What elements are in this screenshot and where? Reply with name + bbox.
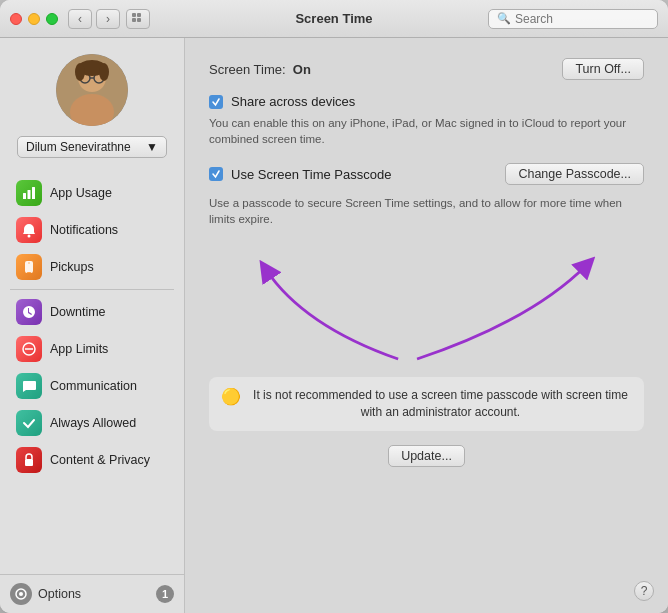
update-button[interactable]: Update... <box>388 445 465 467</box>
notifications-icon <box>16 217 42 243</box>
always-allowed-icon <box>16 410 42 436</box>
svg-point-20 <box>28 262 29 263</box>
warning-icon: 🟡 <box>221 387 241 406</box>
search-input[interactable] <box>515 12 649 26</box>
share-desc: You can enable this on any iPhone, iPad,… <box>209 115 644 147</box>
update-row: Update... <box>209 445 644 467</box>
forward-button[interactable]: › <box>96 9 120 29</box>
window: ‹ › Screen Time 🔍 <box>0 0 668 613</box>
sidebar-item-label-app-limits: App Limits <box>50 342 108 356</box>
warning-row: 🟡 It is not recommended to use a screen … <box>209 377 644 431</box>
svg-rect-16 <box>32 187 35 199</box>
search-bar[interactable]: 🔍 <box>488 9 658 29</box>
passcode-desc: Use a passcode to secure Screen Time set… <box>209 195 644 227</box>
options-label: Options <box>38 587 81 601</box>
arrows-container <box>209 247 644 367</box>
sidebar-item-label-content-privacy: Content & Privacy <box>50 453 150 467</box>
traffic-lights <box>10 13 58 25</box>
arrows-svg <box>209 247 644 367</box>
sidebar-item-always-allowed[interactable]: Always Allowed <box>4 405 180 441</box>
minimize-button[interactable] <box>28 13 40 25</box>
options-icon <box>10 583 32 605</box>
app-limits-icon <box>16 336 42 362</box>
sidebar-divider-1 <box>10 289 174 290</box>
pickups-icon <box>16 254 42 280</box>
back-button[interactable]: ‹ <box>68 9 92 29</box>
help-button[interactable]: ? <box>634 581 654 601</box>
grid-button[interactable] <box>126 9 150 29</box>
sidebar-item-downtime[interactable]: Downtime <box>4 294 180 330</box>
warning-text: It is not recommended to use a screen ti… <box>249 387 632 421</box>
passcode-row: Use Screen Time Passcode Change Passcode… <box>209 163 644 185</box>
svg-rect-2 <box>132 18 136 22</box>
window-title: Screen Time <box>295 11 372 26</box>
sidebar-item-label-always-allowed: Always Allowed <box>50 416 136 430</box>
maximize-button[interactable] <box>46 13 58 25</box>
share-checkbox[interactable] <box>209 95 223 109</box>
options-button[interactable]: Options <box>10 583 81 605</box>
communication-icon <box>16 373 42 399</box>
right-panel: Screen Time: On Turn Off... Share across… <box>185 38 668 613</box>
avatar <box>56 54 128 126</box>
sidebar-item-communication[interactable]: Communication <box>4 368 180 404</box>
close-button[interactable] <box>10 13 22 25</box>
passcode-checkbox[interactable] <box>209 167 223 181</box>
sidebar-item-app-limits[interactable]: App Limits <box>4 331 180 367</box>
svg-point-13 <box>99 63 109 81</box>
svg-rect-15 <box>28 190 31 199</box>
sidebar-item-label-pickups: Pickups <box>50 260 94 274</box>
sidebar-item-content-privacy[interactable]: Content & Privacy <box>4 442 180 478</box>
screen-time-row: Screen Time: On Turn Off... <box>209 58 644 80</box>
app-usage-icon <box>16 180 42 206</box>
screen-time-status-label: Screen Time: On <box>209 62 311 77</box>
options-badge: 1 <box>156 585 174 603</box>
nav-buttons: ‹ › <box>68 9 120 29</box>
svg-point-25 <box>19 592 23 596</box>
passcode-left: Use Screen Time Passcode <box>209 167 391 182</box>
sidebar-nav: App Usage Notifications <box>0 170 184 574</box>
svg-rect-1 <box>137 13 141 17</box>
content-privacy-icon <box>16 447 42 473</box>
svg-rect-14 <box>23 193 26 199</box>
passcode-label: Use Screen Time Passcode <box>231 167 391 182</box>
svg-point-12 <box>75 63 85 81</box>
main-content: Dilum Senevirathne ▼ App Usage <box>0 38 668 613</box>
profile-section: Dilum Senevirathne ▼ <box>0 38 184 170</box>
chevron-down-icon: ▼ <box>146 140 158 154</box>
user-dropdown[interactable]: Dilum Senevirathne ▼ <box>17 136 167 158</box>
sidebar-item-pickups[interactable]: Pickups <box>4 249 180 285</box>
search-icon: 🔍 <box>497 12 511 25</box>
sidebar-item-label-communication: Communication <box>50 379 137 393</box>
sidebar-item-label-downtime: Downtime <box>50 305 106 319</box>
svg-rect-0 <box>132 13 136 17</box>
svg-rect-23 <box>25 459 33 466</box>
sidebar-footer: Options 1 <box>0 574 184 613</box>
titlebar: ‹ › Screen Time 🔍 <box>0 0 668 38</box>
sidebar-item-notifications[interactable]: Notifications <box>4 212 180 248</box>
sidebar-item-app-usage[interactable]: App Usage <box>4 175 180 211</box>
svg-rect-3 <box>137 18 141 22</box>
change-passcode-button[interactable]: Change Passcode... <box>505 163 644 185</box>
downtime-icon <box>16 299 42 325</box>
share-across-devices-row: Share across devices <box>209 94 644 109</box>
share-label: Share across devices <box>231 94 355 109</box>
user-name: Dilum Senevirathne <box>26 140 131 154</box>
svg-rect-19 <box>27 272 31 273</box>
sidebar-item-label-app-usage: App Usage <box>50 186 112 200</box>
sidebar-item-label-notifications: Notifications <box>50 223 118 237</box>
svg-point-17 <box>28 235 31 238</box>
turn-off-button[interactable]: Turn Off... <box>562 58 644 80</box>
sidebar: Dilum Senevirathne ▼ App Usage <box>0 38 185 613</box>
